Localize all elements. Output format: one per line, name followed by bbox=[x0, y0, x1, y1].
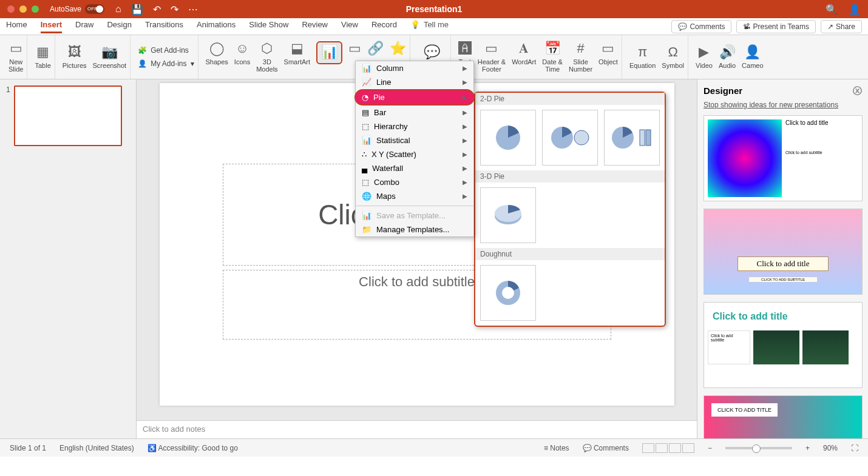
my-addins-button[interactable]: 👤 My Add-ins ▾ bbox=[138, 59, 194, 68]
audio-button[interactable]: 🔊Audio bbox=[719, 45, 736, 69]
chart-type-statistical[interactable]: 📊 Statistical▶ bbox=[356, 133, 473, 147]
present-teams-button[interactable]: 📽 Present in Teams bbox=[736, 20, 816, 33]
svg-rect-5 bbox=[646, 130, 651, 146]
design-idea-4[interactable]: CLICK TO ADD TITLE bbox=[704, 395, 863, 438]
submenu-doughnut-header: Doughnut bbox=[475, 248, 665, 260]
tab-record[interactable]: Record bbox=[371, 20, 397, 33]
chart-type-column[interactable]: 📊 Column▶ bbox=[356, 61, 473, 75]
comments-toggle[interactable]: 💬 Comments bbox=[583, 444, 629, 452]
datetime-button[interactable]: 📅Date & Time bbox=[542, 41, 563, 73]
cameo-button[interactable]: 👤Cameo bbox=[742, 45, 763, 69]
autosave-switch[interactable]: OFF bbox=[85, 4, 104, 14]
zoom-slider[interactable] bbox=[725, 447, 792, 449]
equation-button[interactable]: πEquation bbox=[629, 45, 656, 69]
zoom-button[interactable]: ▭ bbox=[348, 41, 361, 57]
comments-button[interactable]: 💬 Comments bbox=[671, 20, 731, 33]
chart-type-maps[interactable]: 🌐 Maps▶ bbox=[356, 189, 473, 203]
chart-type-line[interactable]: 📈 Line▶ bbox=[356, 75, 473, 89]
get-addins-button[interactable]: 🧩 Get Add-ins bbox=[138, 46, 194, 55]
accessibility-indicator[interactable]: ♿ Accessibility: Good to go bbox=[147, 444, 238, 452]
design-idea-2[interactable]: Click to add title CLICK TO ADD SUBTITLE bbox=[704, 209, 863, 295]
chart-type-bar[interactable]: ▤ Bar▶ bbox=[356, 106, 473, 119]
new-slide-button[interactable]: ▭New Slide bbox=[8, 41, 23, 73]
chart-type-hierarchy[interactable]: ⬚ Hierarchy▶ bbox=[356, 119, 473, 133]
slideshow-view-icon[interactable] bbox=[682, 443, 694, 453]
pie-3d-option[interactable] bbox=[480, 187, 536, 243]
ribbon-tabs-row: Home Insert Draw Design Transitions Anim… bbox=[0, 18, 868, 35]
undo-icon[interactable]: ↶ bbox=[153, 4, 161, 15]
slide-thumbnail-1[interactable] bbox=[14, 85, 122, 146]
search-icon[interactable]: 🔍 bbox=[826, 4, 838, 15]
minimize-window-icon[interactable] bbox=[19, 5, 27, 13]
slidenumber-button[interactable]: #Slide Number bbox=[569, 41, 592, 73]
zoom-out-icon[interactable]: − bbox=[708, 444, 712, 452]
notes-pane[interactable]: Click to add notes bbox=[137, 420, 697, 438]
maximize-window-icon[interactable] bbox=[32, 5, 39, 13]
home-icon[interactable]: ⌂ bbox=[115, 4, 121, 15]
tab-draw[interactable]: Draw bbox=[75, 20, 93, 33]
wordart-button[interactable]: 𝐀WordArt bbox=[512, 41, 536, 65]
header-footer-button[interactable]: ▭Header & Footer bbox=[478, 41, 506, 73]
design-idea-3[interactable]: Click to add title Click to add subtitle bbox=[704, 302, 863, 388]
sorter-view-icon[interactable] bbox=[656, 443, 668, 453]
chart-type-scatter[interactable]: ∴ X Y (Scatter)▶ bbox=[356, 147, 473, 161]
thumb-number: 1 bbox=[6, 85, 10, 146]
screenshot-button[interactable]: 📷Screenshot bbox=[93, 45, 127, 69]
design-idea-1[interactable]: Click to add title Click to add subtitle bbox=[704, 115, 863, 201]
designer-stop-link[interactable]: Stop showing ideas for new presentations bbox=[704, 101, 862, 109]
tab-home[interactable]: Home bbox=[6, 20, 27, 33]
tab-animations[interactable]: Animations bbox=[197, 20, 236, 33]
table-button[interactable]: ▦Table bbox=[35, 45, 50, 69]
action-button[interactable]: ⭐ bbox=[390, 41, 406, 57]
icons-button[interactable]: ☺Icons bbox=[234, 41, 250, 65]
zoom-in-icon[interactable]: + bbox=[805, 444, 810, 452]
language-indicator[interactable]: English (United States) bbox=[59, 444, 134, 452]
close-window-icon[interactable] bbox=[7, 5, 15, 13]
tab-slideshow[interactable]: Slide Show bbox=[249, 20, 288, 33]
svg-rect-4 bbox=[640, 130, 645, 146]
notes-toggle[interactable]: ≡ Notes bbox=[544, 444, 569, 452]
chart-button[interactable]: 📊 bbox=[316, 41, 342, 64]
save-template-item: 📊 Save as Template... bbox=[356, 209, 473, 223]
chart-type-dropdown: 📊 Column▶ 📈 Line▶ ◔ Pie▶ ▤ Bar▶ ⬚ Hierar… bbox=[355, 61, 474, 237]
close-designer-icon[interactable]: ⓧ bbox=[853, 85, 862, 97]
pie-chart-submenu: 2-D Pie 3-D Pie Doughnut bbox=[474, 92, 666, 327]
designer-title: Designer bbox=[704, 85, 742, 97]
share-button[interactable]: ↗ Share bbox=[821, 20, 862, 33]
more-icon[interactable]: ⋯ bbox=[188, 4, 198, 15]
designer-pane: Designerⓧ Stop showing ideas for new pre… bbox=[697, 79, 868, 438]
redo-icon[interactable]: ↷ bbox=[171, 4, 178, 15]
tab-design[interactable]: Design bbox=[107, 20, 131, 33]
doughnut-option[interactable] bbox=[480, 265, 536, 321]
pictures-button[interactable]: 🖼Pictures bbox=[63, 45, 87, 69]
link-button[interactable]: 🔗 bbox=[367, 41, 384, 57]
normal-view-icon[interactable] bbox=[642, 443, 654, 453]
tab-transitions[interactable]: Transitions bbox=[145, 20, 183, 33]
autosave-toggle[interactable]: AutoSave OFF bbox=[50, 4, 104, 14]
shapes-button[interactable]: ◯Shapes bbox=[206, 41, 228, 65]
pie-2d-option[interactable] bbox=[480, 110, 536, 166]
tab-insert[interactable]: Insert bbox=[41, 20, 62, 33]
symbol-button[interactable]: ΩSymbol bbox=[662, 45, 684, 69]
tab-view[interactable]: View bbox=[341, 20, 358, 33]
smartart-button[interactable]: ⬓SmartArt bbox=[284, 41, 310, 65]
tab-review[interactable]: Review bbox=[302, 20, 328, 33]
zoom-level[interactable]: 90% bbox=[823, 444, 838, 452]
tell-me[interactable]: 💡 Tell me bbox=[410, 20, 449, 33]
reading-view-icon[interactable] bbox=[669, 443, 681, 453]
pie-bar-option[interactable] bbox=[604, 110, 660, 166]
submenu-2d-header: 2-D Pie bbox=[475, 93, 665, 105]
account-icon[interactable]: 👤 bbox=[849, 4, 861, 15]
3d-models-button[interactable]: ⬡3D Models bbox=[256, 41, 277, 73]
chart-type-waterfall[interactable]: ▄ Waterfall▶ bbox=[356, 161, 473, 175]
pie-exploded-option[interactable] bbox=[542, 110, 598, 166]
chart-type-pie[interactable]: ◔ Pie▶ bbox=[354, 89, 475, 106]
status-bar: Slide 1 of 1 English (United States) ♿ A… bbox=[0, 438, 868, 457]
fit-window-icon[interactable]: ⛶ bbox=[851, 444, 858, 452]
object-button[interactable]: ▭Object bbox=[598, 41, 618, 65]
manage-templates-item[interactable]: 📁 Manage Templates... bbox=[356, 223, 473, 236]
submenu-3d-header: 3-D Pie bbox=[475, 170, 665, 183]
save-icon[interactable]: 💾 bbox=[131, 4, 143, 15]
chart-type-combo[interactable]: ⬚ Combo▶ bbox=[356, 175, 473, 189]
video-button[interactable]: ▶Video bbox=[696, 45, 713, 69]
